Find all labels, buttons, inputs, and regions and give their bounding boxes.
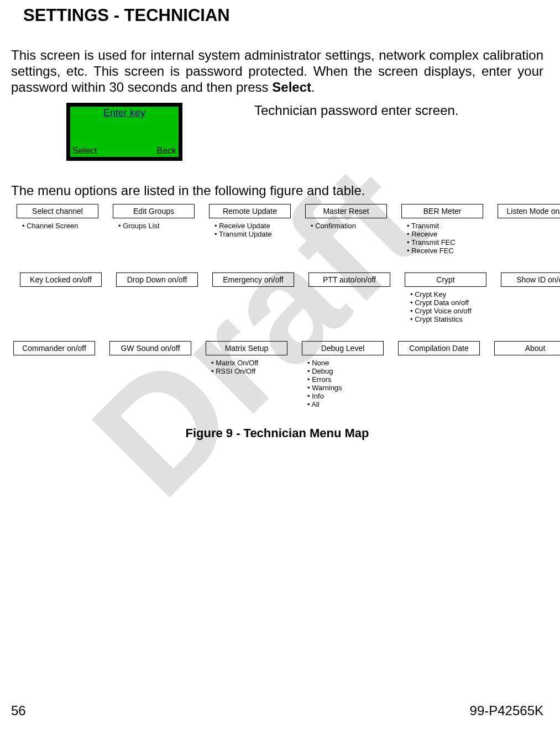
submenu-list: Channel Screen: [17, 222, 98, 230]
page-footer: 56 99-P42565K: [11, 703, 543, 719]
diagram-cell: Emergency on/off: [212, 272, 294, 323]
submenu-list: Receive UpdateTransmit Update: [209, 222, 291, 238]
diagram-cell: About: [494, 341, 560, 408]
diagram-cell: BER MeterTransmitReceiveTransmit FECRece…: [401, 204, 483, 255]
intro-text-post: .: [311, 80, 315, 95]
diagram-cell: Matrix SetupMatrix On/OffRSSI On/Off: [206, 341, 287, 408]
menu-box: Remote Update: [209, 204, 291, 218]
submenu-list: Groups List: [113, 222, 195, 230]
submenu-item: Receive FEC: [407, 247, 483, 255]
submenu-item: Crypt Voice on/off: [410, 307, 486, 315]
screenshot-row: Enter key Select Back Technician passwor…: [66, 103, 543, 161]
intro-bold: Select: [272, 80, 311, 95]
diagram-cell: CryptCrypt KeyCrypt Data on/offCrypt Voi…: [405, 272, 486, 323]
submenu-item: Channel Screen: [22, 222, 98, 230]
submenu-item: Info: [307, 392, 384, 400]
lcd-title: Enter key: [70, 107, 179, 119]
submenu-list: TransmitReceiveTransmit FECReceive FEC: [401, 222, 483, 255]
menu-box: Edit Groups: [113, 204, 195, 218]
submenu-item: Transmit: [407, 222, 483, 230]
submenu-list: Crypt KeyCrypt Data on/offCrypt Voice on…: [405, 290, 486, 323]
diagram-cell: Key Locked on/off: [20, 272, 102, 323]
submenu-item: Matrix On/Off: [211, 359, 287, 367]
menu-box: Debug Level: [302, 341, 384, 355]
submenu-item: Receive: [407, 230, 483, 238]
lcd-select-label: Select: [72, 146, 97, 156]
menu-box: Crypt: [405, 272, 486, 287]
submenu-item: All: [307, 400, 384, 408]
diagram-cell: Compilation Date: [398, 341, 480, 408]
submenu-item: Transmit Update: [214, 230, 291, 238]
page-content: SETTINGS - TECHNICIAN This screen is use…: [0, 0, 560, 734]
menu-box: BER Meter: [401, 204, 483, 218]
menu-box: Listen Mode on/off: [498, 204, 560, 218]
lcd-back-label: Back: [156, 146, 176, 156]
menu-box: Emergency on/off: [212, 272, 294, 287]
menu-intro-line: The menu options are listed in the follo…: [11, 183, 543, 198]
diagram-row: Commander on/offGW Sound on/offMatrix Se…: [13, 341, 543, 408]
lcd-inner: Enter key Select Back: [70, 107, 179, 157]
submenu-item: Crypt Data on/off: [410, 298, 486, 307]
submenu-item: Receive Update: [214, 222, 291, 230]
diagram-row: Key Locked on/offDrop Down on/offEmergen…: [20, 272, 543, 323]
submenu-list: Confirmation: [305, 222, 387, 230]
page-number: 56: [11, 703, 26, 719]
submenu-item: RSSI On/Off: [211, 367, 287, 375]
menu-box: Show ID on/off: [501, 272, 560, 287]
menu-box: Master Reset: [305, 204, 387, 218]
menu-box: PTT auto/on/off: [308, 272, 390, 287]
submenu-list: NoneDebugErrorsWarningsInfoAll: [302, 359, 384, 408]
submenu-item: Warnings: [307, 384, 384, 392]
submenu-item: None: [307, 359, 384, 367]
submenu-list: Matrix On/OffRSSI On/Off: [206, 359, 287, 375]
lcd-screenshot: Enter key Select Back: [66, 103, 182, 161]
diagram-cell: Show ID on/off: [501, 272, 560, 323]
diagram-row: Select channelChannel ScreenEdit GroupsG…: [17, 204, 543, 255]
intro-paragraph: This screen is used for internal system …: [11, 48, 543, 95]
menu-box: Select channel: [17, 204, 98, 218]
submenu-item: Transmit FEC: [407, 238, 483, 247]
page-heading: SETTINGS - TECHNICIAN: [23, 6, 543, 25]
submenu-item: Crypt Statistics: [410, 315, 486, 323]
menu-map-diagram: Select channelChannel ScreenEdit GroupsG…: [11, 204, 543, 408]
menu-box: Commander on/off: [13, 341, 95, 355]
diagram-cell: Master ResetConfirmation: [305, 204, 387, 255]
menu-box: Key Locked on/off: [20, 272, 102, 287]
submenu-item: Errors: [307, 375, 384, 384]
menu-box: GW Sound on/off: [109, 341, 191, 355]
menu-box: Matrix Setup: [206, 341, 287, 355]
submenu-item: Confirmation: [311, 222, 387, 230]
diagram-cell: Commander on/off: [13, 341, 95, 408]
diagram-cell: Select channelChannel Screen: [17, 204, 98, 255]
diagram-cell: Listen Mode on/off: [498, 204, 560, 255]
menu-box: Compilation Date: [398, 341, 480, 355]
submenu-item: Debug: [307, 367, 384, 375]
submenu-item: Crypt Key: [410, 290, 486, 298]
submenu-item: Groups List: [118, 222, 195, 230]
figure-caption: Figure 9 - Technician Menu Map: [11, 426, 543, 441]
diagram-cell: Debug LevelNoneDebugErrorsWarningsInfoAl…: [302, 341, 384, 408]
doc-number: 99-P42565K: [470, 703, 543, 719]
diagram-cell: Remote UpdateReceive UpdateTransmit Upda…: [209, 204, 291, 255]
diagram-cell: Drop Down on/off: [116, 272, 198, 323]
menu-box: About: [494, 341, 560, 355]
menu-box: Drop Down on/off: [116, 272, 198, 287]
screenshot-caption: Technician password enter screen.: [254, 103, 459, 118]
diagram-cell: PTT auto/on/off: [308, 272, 390, 323]
diagram-cell: GW Sound on/off: [109, 341, 191, 408]
diagram-cell: Edit GroupsGroups List: [113, 204, 195, 255]
